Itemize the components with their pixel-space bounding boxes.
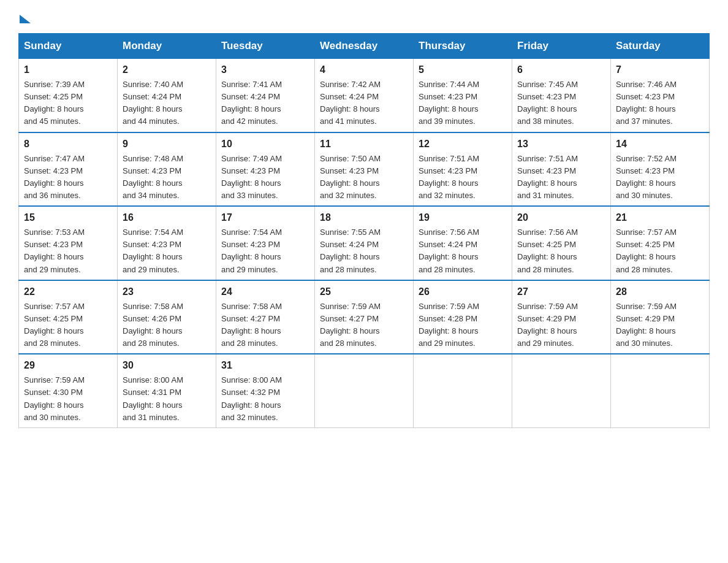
- calendar-cell: 4Sunrise: 7:42 AMSunset: 4:24 PMDaylight…: [315, 59, 414, 132]
- day-number: 4: [320, 63, 408, 77]
- column-header-thursday: Thursday: [414, 34, 512, 59]
- day-number: 22: [24, 285, 112, 299]
- calendar-week-row: 15Sunrise: 7:53 AMSunset: 4:23 PMDayligh…: [19, 206, 710, 280]
- day-number: 27: [517, 285, 605, 299]
- day-info: Sunrise: 7:42 AMSunset: 4:24 PMDaylight:…: [320, 79, 408, 128]
- day-info: Sunrise: 7:52 AMSunset: 4:23 PMDaylight:…: [616, 153, 704, 202]
- day-number: 30: [123, 358, 211, 373]
- day-info: Sunrise: 7:59 AMSunset: 4:29 PMDaylight:…: [517, 301, 605, 350]
- day-info: Sunrise: 7:39 AMSunset: 4:25 PMDaylight:…: [24, 79, 112, 128]
- day-info: Sunrise: 7:57 AMSunset: 4:25 PMDaylight:…: [24, 301, 112, 350]
- calendar-cell: 16Sunrise: 7:54 AMSunset: 4:23 PMDayligh…: [118, 206, 216, 280]
- day-number: 19: [419, 210, 507, 225]
- day-number: 11: [320, 137, 408, 151]
- day-info: Sunrise: 7:56 AMSunset: 4:25 PMDaylight:…: [517, 226, 605, 276]
- calendar-cell: 30Sunrise: 8:00 AMSunset: 4:31 PMDayligh…: [118, 354, 216, 427]
- calendar-cell: 19Sunrise: 7:56 AMSunset: 4:24 PMDayligh…: [414, 206, 512, 280]
- calendar-cell: 28Sunrise: 7:59 AMSunset: 4:29 PMDayligh…: [611, 280, 710, 354]
- calendar-cell: 29Sunrise: 7:59 AMSunset: 4:30 PMDayligh…: [19, 354, 118, 427]
- calendar-cell: 11Sunrise: 7:50 AMSunset: 4:23 PMDayligh…: [315, 132, 414, 207]
- day-info: Sunrise: 8:00 AMSunset: 4:31 PMDaylight:…: [123, 374, 211, 424]
- calendar-cell: 15Sunrise: 7:53 AMSunset: 4:23 PMDayligh…: [19, 206, 118, 280]
- day-number: 26: [419, 285, 507, 299]
- day-info: Sunrise: 7:55 AMSunset: 4:24 PMDaylight:…: [320, 226, 408, 276]
- day-number: 1: [24, 63, 112, 77]
- day-number: 9: [123, 137, 211, 151]
- calendar-cell: 27Sunrise: 7:59 AMSunset: 4:29 PMDayligh…: [512, 280, 611, 354]
- day-info: Sunrise: 7:58 AMSunset: 4:26 PMDaylight:…: [123, 301, 211, 350]
- day-number: 12: [419, 137, 507, 151]
- day-number: 10: [221, 137, 309, 151]
- logo-arrow-icon: [20, 15, 31, 23]
- day-info: Sunrise: 7:54 AMSunset: 4:23 PMDaylight:…: [221, 226, 309, 276]
- day-info: Sunrise: 7:51 AMSunset: 4:23 PMDaylight:…: [517, 153, 605, 202]
- day-number: 24: [221, 285, 309, 299]
- calendar-week-row: 8Sunrise: 7:47 AMSunset: 4:23 PMDaylight…: [19, 132, 710, 207]
- calendar-cell: 31Sunrise: 8:00 AMSunset: 4:32 PMDayligh…: [216, 354, 315, 427]
- day-info: Sunrise: 7:46 AMSunset: 4:23 PMDaylight:…: [616, 79, 704, 128]
- day-number: 14: [616, 137, 704, 151]
- day-info: Sunrise: 7:51 AMSunset: 4:23 PMDaylight:…: [419, 153, 507, 202]
- day-info: Sunrise: 7:41 AMSunset: 4:24 PMDaylight:…: [221, 79, 309, 128]
- day-number: 16: [123, 210, 211, 225]
- calendar-cell: 21Sunrise: 7:57 AMSunset: 4:25 PMDayligh…: [611, 206, 710, 280]
- day-info: Sunrise: 7:59 AMSunset: 4:27 PMDaylight:…: [320, 301, 408, 350]
- column-header-monday: Monday: [118, 34, 216, 59]
- calendar-cell: [512, 354, 611, 427]
- day-info: Sunrise: 7:45 AMSunset: 4:23 PMDaylight:…: [517, 79, 605, 128]
- calendar-week-row: 1Sunrise: 7:39 AMSunset: 4:25 PMDaylight…: [19, 59, 710, 132]
- day-info: Sunrise: 7:47 AMSunset: 4:23 PMDaylight:…: [24, 153, 112, 202]
- day-number: 2: [123, 63, 211, 77]
- logo: [18, 12, 31, 21]
- calendar-cell: 10Sunrise: 7:49 AMSunset: 4:23 PMDayligh…: [216, 132, 315, 207]
- day-info: Sunrise: 7:59 AMSunset: 4:28 PMDaylight:…: [419, 301, 507, 350]
- day-number: 28: [616, 285, 704, 299]
- day-number: 8: [24, 137, 112, 151]
- day-number: 13: [517, 137, 605, 151]
- column-header-wednesday: Wednesday: [315, 34, 414, 59]
- calendar-cell: 18Sunrise: 7:55 AMSunset: 4:24 PMDayligh…: [315, 206, 414, 280]
- calendar-cell: 2Sunrise: 7:40 AMSunset: 4:24 PMDaylight…: [118, 59, 216, 132]
- calendar-cell: 8Sunrise: 7:47 AMSunset: 4:23 PMDaylight…: [19, 132, 118, 207]
- calendar-cell: 23Sunrise: 7:58 AMSunset: 4:26 PMDayligh…: [118, 280, 216, 354]
- calendar-table: SundayMondayTuesdayWednesdayThursdayFrid…: [18, 33, 710, 428]
- day-info: Sunrise: 7:53 AMSunset: 4:23 PMDaylight:…: [24, 226, 112, 276]
- calendar-cell: 17Sunrise: 7:54 AMSunset: 4:23 PMDayligh…: [216, 206, 315, 280]
- calendar-cell: 20Sunrise: 7:56 AMSunset: 4:25 PMDayligh…: [512, 206, 611, 280]
- day-number: 17: [221, 210, 309, 225]
- day-info: Sunrise: 7:49 AMSunset: 4:23 PMDaylight:…: [221, 153, 309, 202]
- day-number: 20: [517, 210, 605, 225]
- calendar-cell: [611, 354, 710, 427]
- calendar-cell: 22Sunrise: 7:57 AMSunset: 4:25 PMDayligh…: [19, 280, 118, 354]
- day-number: 15: [24, 210, 112, 225]
- calendar-cell: 9Sunrise: 7:48 AMSunset: 4:23 PMDaylight…: [118, 132, 216, 207]
- day-info: Sunrise: 8:00 AMSunset: 4:32 PMDaylight:…: [221, 374, 309, 424]
- calendar-cell: 1Sunrise: 7:39 AMSunset: 4:25 PMDaylight…: [19, 59, 118, 132]
- day-number: 7: [616, 63, 704, 77]
- page-header: [18, 12, 710, 21]
- calendar-cell: 24Sunrise: 7:58 AMSunset: 4:27 PMDayligh…: [216, 280, 315, 354]
- day-info: Sunrise: 7:59 AMSunset: 4:30 PMDaylight:…: [24, 374, 112, 424]
- calendar-week-row: 22Sunrise: 7:57 AMSunset: 4:25 PMDayligh…: [19, 280, 710, 354]
- calendar-cell: 5Sunrise: 7:44 AMSunset: 4:23 PMDaylight…: [414, 59, 512, 132]
- day-number: 31: [221, 358, 309, 373]
- day-number: 18: [320, 210, 408, 225]
- calendar-cell: 7Sunrise: 7:46 AMSunset: 4:23 PMDaylight…: [611, 59, 710, 132]
- day-number: 23: [123, 285, 211, 299]
- calendar-cell: 12Sunrise: 7:51 AMSunset: 4:23 PMDayligh…: [414, 132, 512, 207]
- day-info: Sunrise: 7:40 AMSunset: 4:24 PMDaylight:…: [123, 79, 211, 128]
- calendar-cell: 14Sunrise: 7:52 AMSunset: 4:23 PMDayligh…: [611, 132, 710, 207]
- day-number: 29: [24, 358, 112, 373]
- column-header-tuesday: Tuesday: [216, 34, 315, 59]
- calendar-cell: 26Sunrise: 7:59 AMSunset: 4:28 PMDayligh…: [414, 280, 512, 354]
- day-number: 21: [616, 210, 704, 225]
- day-number: 5: [419, 63, 507, 77]
- day-info: Sunrise: 7:58 AMSunset: 4:27 PMDaylight:…: [221, 301, 309, 350]
- day-info: Sunrise: 7:59 AMSunset: 4:29 PMDaylight:…: [616, 301, 704, 350]
- calendar-week-row: 29Sunrise: 7:59 AMSunset: 4:30 PMDayligh…: [19, 354, 710, 427]
- calendar-cell: 3Sunrise: 7:41 AMSunset: 4:24 PMDaylight…: [216, 59, 315, 132]
- day-number: 6: [517, 63, 605, 77]
- calendar-cell: 13Sunrise: 7:51 AMSunset: 4:23 PMDayligh…: [512, 132, 611, 207]
- calendar-cell: 6Sunrise: 7:45 AMSunset: 4:23 PMDaylight…: [512, 59, 611, 132]
- calendar-cell: [315, 354, 414, 427]
